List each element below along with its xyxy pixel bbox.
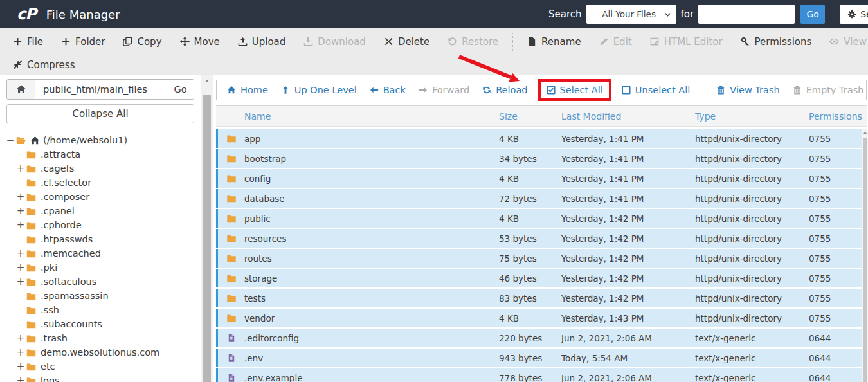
column-header-permissions[interactable]: Permissions	[809, 111, 867, 122]
tree-item-demo-websolutionus-com[interactable]: +demo.websolutionus.com	[0, 345, 201, 359]
toolbar-row-2: Compress	[0, 55, 868, 75]
tree-item-spamassassin[interactable]: .spamassassin	[0, 289, 201, 303]
cell-permissions: 0755	[809, 253, 862, 264]
nav-unselect-all-button[interactable]: Unselect All	[622, 85, 690, 95]
table-row[interactable]: tests83 bytesYesterday, 1:42 PMhttpd/uni…	[216, 289, 862, 307]
folder-icon	[226, 313, 237, 323]
search-go-button[interactable]: Go	[800, 5, 825, 24]
tree-expander-plus[interactable]: +	[15, 163, 26, 174]
eye-icon	[829, 37, 839, 46]
toolbar-permissions-button[interactable]: Permissions	[732, 36, 821, 48]
tree-item-label: .attracta	[41, 149, 80, 159]
toolbar-rename-button[interactable]: Rename	[518, 36, 590, 48]
path-input[interactable]	[35, 80, 167, 99]
cell-type: text/x-generic	[695, 333, 809, 343]
table-row[interactable]: .env943 bytesToday, 5:54 AMtext/x-generi…	[216, 349, 862, 367]
toolbar-download-label: Download	[318, 36, 366, 48]
column-header-type[interactable]: Type	[695, 111, 809, 122]
cell-modified: Yesterday, 1:43 PM	[561, 313, 695, 323]
tree-item-label: demo.websolutionus.com	[41, 347, 159, 358]
path-home-button[interactable]	[7, 80, 35, 99]
tree-expander-plus[interactable]: +	[15, 332, 26, 344]
table-row[interactable]: storage46 bytesYesterday, 1:42 PMhttpd/u…	[216, 269, 862, 287]
toolbar-move-button[interactable]: Move	[171, 36, 229, 48]
cell-modified: Yesterday, 1:42 PM	[561, 253, 695, 264]
tree-item-softaculous[interactable]: +.softaculous	[0, 275, 201, 289]
tree-expander-plus[interactable]: +	[15, 205, 26, 217]
search-input[interactable]	[698, 5, 795, 24]
toolbar-upload-button[interactable]: Upload	[229, 36, 295, 48]
table-row[interactable]: bootstrap34 bytesYesterday, 1:41 PMhttpd…	[216, 149, 862, 168]
tree-item-cpanel[interactable]: +.cpanel	[0, 204, 201, 218]
table-row[interactable]: public4 KBYesterday, 1:42 PMhttpd/unix-d…	[216, 209, 862, 228]
toolbar-compress-button[interactable]: Compress	[4, 59, 84, 71]
settings-button[interactable]: Settings	[840, 5, 868, 24]
tree-item-attracta[interactable]: .attracta	[0, 147, 201, 161]
tree-expander-plus[interactable]: +	[15, 248, 26, 259]
house-icon	[227, 86, 236, 95]
tree-expander-plus[interactable]: +	[15, 262, 26, 273]
toolbar-copy-button[interactable]: Copy	[114, 36, 170, 48]
path-go-button[interactable]: Go	[167, 80, 194, 99]
scroll-up-icon[interactable]	[204, 78, 210, 84]
restore-icon	[448, 37, 457, 46]
tree-item-logs[interactable]: +logs	[0, 374, 201, 382]
tree-item-htpasswds[interactable]: .htpasswds	[0, 232, 201, 246]
table-row[interactable]: .editorconfig220 bytesJun 2, 2021, 2:06 …	[216, 329, 862, 347]
cell-icon	[218, 372, 244, 382]
table-row[interactable]: resources53 bytesYesterday, 1:42 PMhttpd…	[216, 229, 862, 248]
table-row[interactable]: config4 KBYesterday, 1:41 PMhttpd/unix-d…	[216, 169, 862, 188]
column-header-size[interactable]: Size	[499, 111, 561, 122]
move-icon	[180, 37, 190, 46]
folder-icon	[26, 235, 37, 244]
cell-type: httpd/unix-directory	[695, 134, 809, 144]
collapse-all-button[interactable]: Collapse All	[6, 104, 194, 123]
toolbar-restore-label: Restore	[462, 36, 498, 48]
table-scrollbar[interactable]	[862, 129, 868, 382]
scroll-up-icon[interactable]	[862, 130, 868, 136]
nav-up-one-level-button[interactable]: Up One Level	[281, 85, 357, 95]
nav-reload-button[interactable]: Reload	[482, 85, 527, 95]
toolbar-file-button[interactable]: File	[4, 36, 52, 48]
cell-size: 778 bytes	[499, 373, 561, 382]
column-header-name[interactable]: Name	[244, 111, 499, 122]
toolbar-folder-button[interactable]: Folder	[52, 36, 114, 48]
tree-expander-plus[interactable]: +	[15, 191, 26, 203]
table-row[interactable]: routes75 bytesYesterday, 1:42 PMhttpd/un…	[216, 249, 862, 268]
toolbar-move-label: Move	[194, 36, 220, 48]
search-scope-select[interactable]: All Your Files	[586, 5, 676, 24]
nav-back-button[interactable]: Back	[370, 85, 406, 95]
nav-view-trash-button[interactable]: View Trash	[716, 85, 779, 95]
tree-item-home-websolu1[interactable]: −(/home/websolu1)	[0, 133, 201, 147]
table-row[interactable]: app4 KBYesterday, 1:41 PMhttpd/unix-dire…	[216, 129, 862, 148]
app-header: cP File Manager Search All Your Files fo…	[0, 0, 868, 28]
table-row[interactable]: database72 bytesYesterday, 1:41 PMhttpd/…	[216, 189, 862, 208]
doc-icon	[527, 37, 537, 46]
tree-item-subaccounts[interactable]: .subaccounts	[0, 317, 201, 331]
nav-select-all-button[interactable]: Select All	[538, 79, 611, 101]
tree-item-cagefs[interactable]: +.cagefs	[0, 161, 201, 176]
tree-item-pki[interactable]: +.pki	[0, 260, 201, 275]
sidebar-scrollbar[interactable]	[201, 75, 213, 382]
tree-item-etc[interactable]: +etc	[0, 359, 201, 374]
tree-expander-plus[interactable]: +	[15, 276, 26, 287]
column-header-last-modified[interactable]: Last Modified	[561, 111, 695, 122]
table-scrollbar-thumb[interactable]	[863, 138, 867, 382]
toolbar-delete-button[interactable]: Delete	[375, 36, 439, 48]
tree-item-memcached[interactable]: +.memcached	[0, 246, 201, 260]
tree-expander-minus[interactable]: −	[5, 134, 15, 146]
tree-item-trash[interactable]: +.trash	[0, 331, 201, 345]
tree-expander-plus[interactable]: +	[15, 347, 26, 358]
table-row[interactable]: vendor4 KBYesterday, 1:43 PMhttpd/unix-d…	[216, 309, 862, 327]
table-row[interactable]: .env.example778 bytesJun 2, 2021, 2:06 A…	[216, 368, 862, 382]
nav-home-button[interactable]: Home	[227, 85, 268, 95]
tree-expander-plus[interactable]: +	[15, 375, 26, 382]
tree-item-cphorde[interactable]: +.cphorde	[0, 218, 201, 232]
tree-item-composer[interactable]: +.composer	[0, 190, 201, 204]
sidebar-scrollbar-thumb[interactable]	[203, 95, 211, 382]
tree-expander-plus[interactable]: +	[15, 361, 26, 372]
tree-item-cl-selector[interactable]: .cl.selector	[0, 176, 201, 190]
tree-item-ssh[interactable]: .ssh	[0, 303, 201, 317]
cell-modified: Yesterday, 1:42 PM	[561, 233, 695, 244]
tree-expander-plus[interactable]: +	[15, 219, 26, 231]
